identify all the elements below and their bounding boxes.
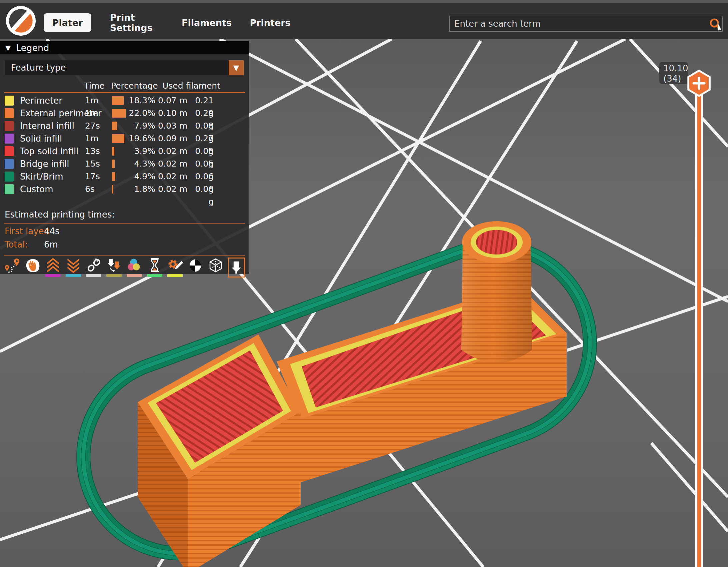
- legend-column-headers: Time Percentage Used filament: [0, 81, 249, 92]
- tab-print-settings[interactable]: Print Settings: [110, 13, 157, 32]
- feature-row-solid-infill[interactable]: Solid infill 1m 19.6% 0.09 m 0.27 g: [0, 132, 249, 145]
- percentage-bar: [112, 185, 113, 194]
- divider: [4, 92, 245, 93]
- layer-slider-tooltip: 10.10 (34): [659, 62, 688, 84]
- divider: [4, 223, 245, 224]
- wipe-moves-icon[interactable]: [24, 258, 41, 280]
- retractions-icon[interactable]: [45, 258, 61, 280]
- collapse-caret-icon[interactable]: ▼: [5, 44, 11, 52]
- search-box: [449, 16, 723, 32]
- legend-header[interactable]: ▼ Legend: [0, 41, 249, 54]
- retractions-underline: [45, 274, 61, 277]
- color-swatch: [5, 184, 14, 194]
- tool-changes-icon[interactable]: [106, 258, 122, 280]
- center-of-gravity-icon[interactable]: [187, 258, 204, 280]
- search-icon[interactable]: [708, 17, 723, 32]
- tab-filaments[interactable]: Filaments: [190, 13, 223, 32]
- layer-slider-fill: [697, 90, 701, 567]
- layer-slider-track[interactable]: [695, 87, 703, 567]
- search-input[interactable]: [450, 19, 722, 29]
- legend-panel: ▼ Legend Feature type ▼ Time Percentage …: [0, 41, 249, 274]
- first-layer-time: First layer: 44s: [5, 226, 50, 236]
- color-swatch: [5, 134, 14, 144]
- app-logo-icon: [5, 5, 36, 36]
- feature-row-external-perimeter[interactable]: External perimeter 1m 22.0% 0.10 m 0.29 …: [0, 107, 249, 120]
- deretractions-icon[interactable]: [65, 258, 82, 280]
- tab-plater[interactable]: Plater: [44, 13, 91, 32]
- view-mode-select[interactable]: Feature type ▼: [5, 60, 244, 75]
- shells-icon[interactable]: [207, 258, 224, 280]
- top-navbar: Plater Print Settings Filaments Printers: [0, 3, 728, 39]
- divider: [4, 255, 245, 256]
- legend-title: Legend: [16, 43, 49, 53]
- tool-changes-underline: [106, 274, 122, 277]
- color-swatch: [5, 159, 14, 169]
- feature-row-perimeter[interactable]: Perimeter 1m 18.3% 0.07 m 0.21 g: [0, 94, 249, 107]
- color-swatch: [5, 108, 14, 118]
- feature-row-custom[interactable]: Custom 6s 1.8% 0.02 m 0.06 g: [0, 183, 249, 196]
- travel-paths-icon[interactable]: [4, 258, 21, 280]
- feature-row-top-solid-infill[interactable]: Top solid infill 13s 3.9% 0.02 m 0.05 g: [0, 145, 249, 158]
- layer-height-value: 10.10: [663, 63, 688, 74]
- custom-gcode-icon[interactable]: [167, 258, 183, 280]
- cylinder-top-infill: [476, 230, 517, 255]
- legend-body: Feature type ▼ Time Percentage Used fila…: [0, 54, 249, 274]
- view-mode-value: Feature type: [11, 60, 66, 75]
- feature-row-bridge-infill[interactable]: Bridge infill 15s 4.3% 0.02 m 0.05 g: [0, 158, 249, 170]
- color-swatch: [5, 121, 14, 131]
- color-swatch: [5, 146, 14, 156]
- deretractions-underline: [66, 274, 81, 277]
- view-mode-dropdown-button[interactable]: ▼: [229, 60, 244, 75]
- color-changes-underline: [127, 274, 142, 277]
- feature-rows: Perimeter 1m 18.3% 0.07 m 0.21 g Externa…: [0, 94, 249, 196]
- color-changes-icon[interactable]: [126, 258, 143, 280]
- feature-row-internal-infill[interactable]: Internal infill 27s 7.9% 0.03 m 0.08 g: [0, 120, 249, 132]
- column-time: Time: [83, 81, 106, 91]
- custom-gcode-underline: [167, 274, 183, 277]
- column-used-filament: Used filament: [162, 81, 220, 91]
- tool-marker-icon[interactable]: [228, 258, 245, 278]
- color-swatch: [5, 172, 14, 182]
- feature-row-skirt-brim[interactable]: Skirt/Brim 17s 4.9% 0.02 m 0.06 g: [0, 170, 249, 183]
- layer-slider-handle[interactable]: [686, 69, 712, 98]
- pause-prints-icon[interactable]: [146, 258, 163, 280]
- color-swatch: [5, 96, 14, 106]
- legend-toolbar: [4, 258, 245, 282]
- pause-prints-underline: [147, 274, 162, 277]
- seams-underline: [86, 274, 101, 277]
- mouse-cursor-icon: [718, 23, 722, 32]
- tab-printers[interactable]: Printers: [257, 13, 284, 32]
- slicer-app-window: Plater Print Settings Filaments Printers…: [0, 0, 728, 567]
- estimated-times-title: Estimated printing times:: [5, 210, 115, 220]
- column-percentage: Percentage: [111, 81, 158, 91]
- seams-icon[interactable]: [85, 258, 102, 280]
- total-time: Total: 6m: [5, 240, 28, 250]
